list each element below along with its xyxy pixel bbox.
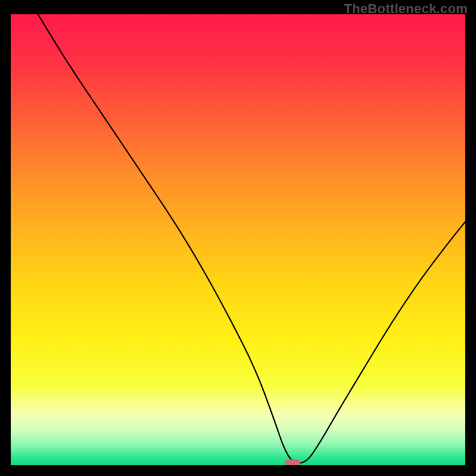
gradient-background: [11, 14, 465, 465]
optimal-marker: [285, 459, 300, 465]
plot-area: [11, 14, 465, 465]
chart-frame: TheBottleneck.com: [0, 0, 476, 476]
watermark-text: TheBottleneck.com: [344, 1, 468, 17]
chart-svg: [11, 14, 465, 465]
